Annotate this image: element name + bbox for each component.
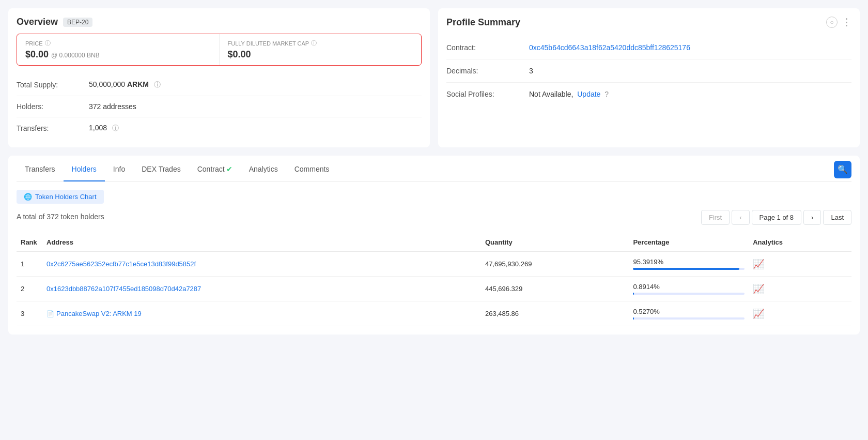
not-available-text: Not Available,: [529, 90, 573, 98]
market-cap-label: FULLY DILUTED MARKET CAP ⓘ: [228, 39, 413, 47]
percentage-text: 0.5270%: [633, 308, 745, 315]
holders-row: Holders: 372 addresses: [17, 96, 422, 117]
analytics-chart-icon[interactable]: 📈: [753, 284, 764, 294]
token-holders-chart-button[interactable]: 🌐 Token Holders Chart: [17, 190, 104, 204]
pagination-bar: First ‹ Page 1 of 8 › Last: [701, 210, 851, 225]
cell-percentage: 0.8914%: [629, 277, 749, 301]
contract-link[interactable]: 0xc45b64cd6643a18f62a5420ddc85bff1286251…: [529, 43, 690, 52]
chart-icon: 🌐: [24, 193, 32, 201]
search-button[interactable]: 🔍: [834, 161, 851, 178]
progress-bar-container: [633, 268, 745, 270]
market-cap-section: FULLY DILUTED MARKET CAP ⓘ $0.00: [220, 34, 422, 65]
address-link[interactable]: PancakeSwap V2: ARKM 19: [56, 310, 142, 317]
pagination-prev-button[interactable]: ‹: [732, 210, 749, 225]
contract-row: Contract: 0xc45b64cd6643a18f62a5420ddc85…: [446, 36, 851, 59]
table-row: 10x2c6275ae562352ecfb77c1e5ce13d83f99d58…: [17, 252, 851, 277]
total-supply-value: 50,000,000 ARKM ⓘ: [89, 80, 161, 89]
overview-title: Overview: [17, 17, 58, 27]
cell-rank: 3: [17, 301, 42, 326]
decimals-value: 3: [529, 67, 533, 75]
percentage-text: 0.8914%: [633, 283, 745, 291]
social-label: Social Profiles:: [446, 90, 529, 98]
price-bnb: @ 0.000000 BNB: [51, 52, 100, 59]
analytics-chart-icon[interactable]: 📈: [753, 309, 764, 319]
tab-dex-trades[interactable]: DEX Trades: [133, 158, 189, 181]
address-link[interactable]: 0x1623dbb88762a107f7455ed185098d70d42a72…: [47, 285, 201, 293]
pagination-next-button[interactable]: ›: [803, 210, 821, 225]
total-supply-label: Total Supply:: [17, 81, 89, 89]
percentage-text: 95.3919%: [633, 258, 745, 266]
total-supply-info-icon[interactable]: ⓘ: [154, 81, 161, 88]
analytics-chart-icon[interactable]: 📈: [753, 259, 764, 269]
tab-analytics[interactable]: Analytics: [241, 158, 286, 181]
progress-bar-container: [633, 317, 745, 320]
tabs-bar: Transfers Holders Info DEX Trades Contra…: [17, 156, 851, 181]
cell-analytics: 📈: [749, 277, 851, 301]
holders-label: Holders:: [17, 102, 89, 111]
progress-bar-container: [633, 293, 745, 295]
col-address: Address: [42, 233, 481, 252]
pagination-last-button[interactable]: Last: [823, 210, 851, 225]
tab-content: 🌐 Token Holders Chart A total of 372 tok…: [17, 181, 851, 335]
cell-percentage: 95.3919%: [629, 252, 749, 277]
cell-quantity: 47,695,930.269: [481, 252, 629, 277]
contract-icon: 📄: [47, 310, 54, 317]
transfers-info-icon[interactable]: ⓘ: [112, 124, 119, 132]
market-cap-value: $0.00: [228, 49, 413, 60]
summary-pagination-bar: A total of 372 token holders First ‹ Pag…: [17, 210, 851, 229]
social-value: Not Available, Update ?: [529, 90, 609, 98]
pagination-first-button[interactable]: First: [701, 210, 730, 225]
social-question: ?: [605, 90, 609, 98]
cell-address: 0x2c6275ae562352ecfb77c1e5ce13d83f99d585…: [42, 252, 481, 277]
tab-comments[interactable]: Comments: [286, 158, 338, 181]
col-quantity: Quantity: [481, 233, 629, 252]
holders-value: 372 addresses: [89, 102, 136, 111]
profile-header: Profile Summary ○ ⋮: [446, 17, 851, 28]
search-icon: 🔍: [838, 164, 848, 174]
holders-summary: A total of 372 token holders: [17, 213, 104, 221]
cell-analytics: 📈: [749, 301, 851, 326]
decimals-row: Decimals: 3: [446, 59, 851, 83]
profile-icons: ○ ⋮: [826, 17, 851, 28]
profile-card: Profile Summary ○ ⋮ Contract: 0xc45b64cd…: [438, 8, 860, 147]
cell-address: 0x1623dbb88762a107f7455ed185098d70d42a72…: [42, 277, 481, 301]
price-info-icon: ⓘ: [45, 39, 51, 47]
cell-rank: 2: [17, 277, 42, 301]
cell-percentage: 0.5270%: [629, 301, 749, 326]
tab-transfers[interactable]: Transfers: [17, 158, 64, 181]
col-rank: Rank: [17, 233, 42, 252]
cell-quantity: 263,485.86: [481, 301, 629, 326]
tab-holders[interactable]: Holders: [64, 158, 105, 181]
progress-bar-fill: [633, 293, 634, 295]
price-section: PRICE ⓘ $0.00 @ 0.000000 BNB: [17, 34, 220, 65]
tab-info[interactable]: Info: [105, 158, 133, 181]
pagination-page-info: Page 1 of 8: [752, 210, 802, 225]
more-options-icon[interactable]: ⋮: [842, 17, 851, 28]
progress-bar-fill: [633, 317, 633, 320]
update-link[interactable]: Update: [577, 90, 600, 98]
table-row: 20x1623dbb88762a107f7455ed185098d70d42a7…: [17, 277, 851, 301]
transfers-value: 1,008 ⓘ: [89, 124, 119, 133]
holders-table: Rank Address Quantity Percentage Analyti…: [17, 233, 851, 326]
contract-label: Contract:: [446, 43, 529, 52]
profile-title: Profile Summary: [446, 17, 520, 28]
tabs-section: Transfers Holders Info DEX Trades Contra…: [8, 156, 860, 335]
market-cap-info-icon: ⓘ: [311, 39, 317, 47]
col-percentage: Percentage: [629, 233, 749, 252]
price-value: $0.00 @ 0.000000 BNB: [25, 49, 211, 60]
cell-rank: 1: [17, 252, 42, 277]
cell-analytics: 📈: [749, 252, 851, 277]
tab-contract[interactable]: Contract✔: [189, 158, 241, 181]
price-box: PRICE ⓘ $0.00 @ 0.000000 BNB FULLY DILUT…: [17, 34, 422, 66]
overview-card: Overview BEP-20 PRICE ⓘ $0.00 @ 0.000000…: [8, 8, 430, 147]
transfers-row: Transfers: 1,008 ⓘ: [17, 117, 422, 139]
social-row: Social Profiles: Not Available, Update ?: [446, 83, 851, 105]
address-link[interactable]: 0x2c6275ae562352ecfb77c1e5ce13d83f99d585…: [47, 260, 196, 268]
transfers-label: Transfers:: [17, 124, 89, 132]
decimals-label: Decimals:: [446, 67, 529, 75]
col-analytics: Analytics: [749, 233, 851, 252]
total-supply-row: Total Supply: 50,000,000 ARKM ⓘ: [17, 74, 422, 96]
bep20-badge: BEP-20: [63, 18, 92, 27]
price-label: PRICE ⓘ: [25, 39, 211, 47]
circle-icon[interactable]: ○: [826, 17, 838, 28]
